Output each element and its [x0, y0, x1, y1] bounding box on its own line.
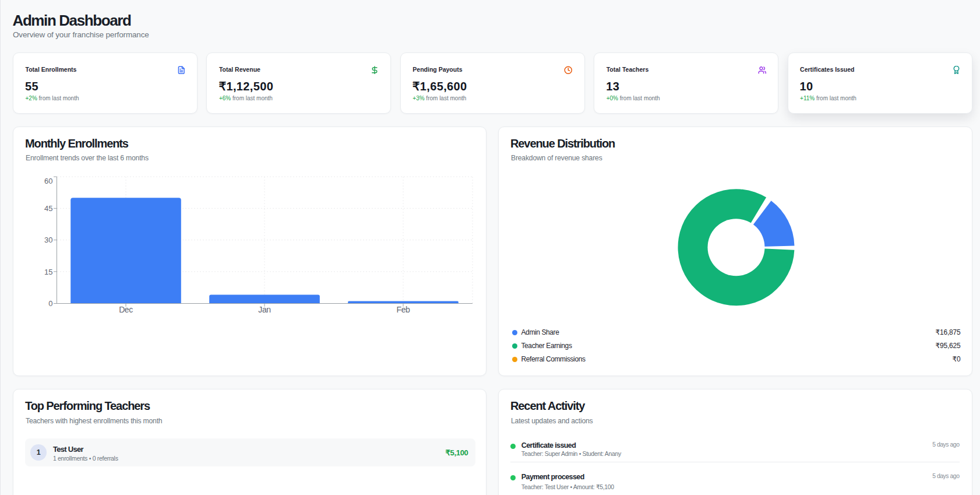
svg-text:15: 15 [44, 268, 52, 276]
svg-text:Dec: Dec [119, 305, 133, 314]
svg-text:Feb: Feb [397, 305, 411, 314]
svg-text:30: 30 [44, 236, 52, 244]
svg-text:Jan: Jan [258, 305, 270, 314]
svg-text:45: 45 [44, 204, 52, 213]
svg-text:0: 0 [48, 299, 52, 308]
svg-text:60: 60 [44, 177, 52, 185]
